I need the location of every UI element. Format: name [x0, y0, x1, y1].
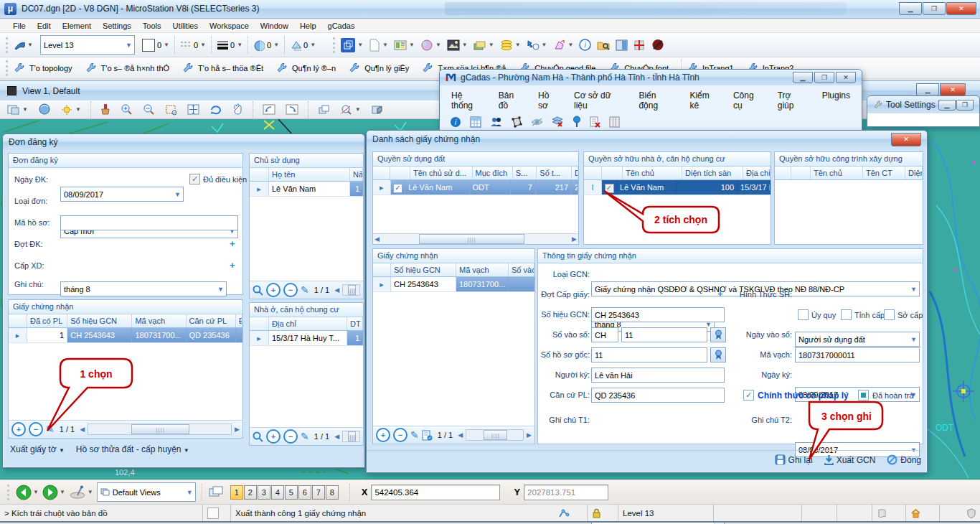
- copy-view-button[interactable]: [315, 101, 333, 118]
- view-next-nav-button[interactable]: ▼: [42, 485, 65, 500]
- col-header[interactable]: Số hiệu GCN: [67, 314, 132, 327]
- pan-view-button[interactable]: [229, 101, 246, 118]
- gcadas-menu-plugins[interactable]: Plugins: [816, 88, 856, 113]
- ngay-dk-combo[interactable]: 08/09/2017▼: [60, 187, 184, 202]
- add-row-button[interactable]: +: [11, 422, 26, 436]
- view-next-button[interactable]: [283, 101, 301, 118]
- view-toggle-6[interactable]: 6: [298, 485, 311, 500]
- saved-views-combo[interactable]: Default Views▼: [97, 482, 196, 502]
- edit-row-button[interactable]: ✎: [410, 429, 419, 441]
- horizontal-scrollbar[interactable]: ||||: [381, 234, 570, 244]
- tool-settings-restore-button[interactable]: ❐: [956, 100, 974, 111]
- users-icon[interactable]: [490, 116, 502, 128]
- scroll-right-button[interactable]: ▶: [527, 431, 532, 439]
- view-toggle-2[interactable]: 2: [244, 485, 257, 500]
- col-header[interactable]: Năm: [350, 168, 363, 181]
- restore-button[interactable]: ❐: [923, 2, 946, 15]
- menu-element[interactable]: Element: [57, 19, 97, 32]
- active-element-template-button[interactable]: ▼: [11, 37, 36, 54]
- remove-row-button[interactable]: −: [393, 428, 407, 442]
- col-header[interactable]: Mục đích: [473, 167, 513, 179]
- close-button[interactable]: ✕: [946, 2, 976, 15]
- menu-utilities[interactable]: Utilities: [167, 19, 204, 32]
- tool-topology[interactable]: T'o topology: [11, 60, 75, 77]
- don-window-titlebar[interactable]: Đơn đăng ký: [3, 134, 364, 150]
- rotate-view-button[interactable]: [207, 101, 225, 118]
- table-row[interactable]: ▸ 15/3/17 Hà Huy T... 1: [250, 331, 363, 346]
- view-toggle-1[interactable]: 1: [230, 485, 243, 500]
- menu-tools[interactable]: Tools: [137, 19, 167, 32]
- scroll-left-button[interactable]: ◀: [334, 433, 339, 440]
- level-manager-button[interactable]: ▼: [471, 37, 497, 54]
- ma-ho-so-input[interactable]: [60, 215, 238, 230]
- scroll-left-button[interactable]: ◀: [458, 431, 463, 439]
- view-toggle-3[interactable]: 3: [258, 485, 270, 500]
- view-toggle-8[interactable]: 8: [326, 485, 339, 500]
- table-row[interactable]: ▸ Lê Văn Nam 1: [250, 182, 363, 197]
- minimize-button[interactable]: ▁: [899, 2, 922, 15]
- col-header[interactable]: Tên chủ: [811, 167, 863, 179]
- ho-so-thua-dat-menu-button[interactable]: Hồ sơ thửa đất - cấp huyện ▼: [76, 444, 189, 454]
- level-combo[interactable]: Level 13▼: [40, 35, 135, 55]
- row-checkbox[interactable]: ✓: [393, 184, 402, 193]
- col-header[interactable]: Mã vạch: [456, 263, 509, 276]
- level-display-button[interactable]: ▼: [497, 37, 524, 54]
- fence-button[interactable]: ▼: [550, 37, 577, 54]
- view1-close-button[interactable]: ✕: [940, 83, 966, 96]
- view-display-mode-button[interactable]: [35, 101, 54, 118]
- gcadas-menu-hoso[interactable]: Hồ sơ: [532, 88, 567, 113]
- tool-settings-minimize-button[interactable]: ▁: [938, 100, 956, 111]
- edit-row-button[interactable]: ✎: [301, 284, 309, 296]
- snap-mode-button[interactable]: [554, 505, 588, 521]
- parcel-icon[interactable]: [511, 116, 522, 128]
- col-header[interactable]: ĐV: [236, 314, 242, 327]
- clip-volume-button[interactable]: ▼: [337, 101, 364, 118]
- info-button[interactable]: i: [576, 37, 594, 54]
- window-area-button[interactable]: [162, 101, 180, 118]
- nguoi-ky-input[interactable]: Lê văn Hải: [591, 368, 725, 383]
- toolbar-grip[interactable]: [7, 485, 9, 500]
- gcadas-menu-csdl[interactable]: Cơ sở dữ liệu: [568, 88, 631, 113]
- xuat-giay-to-menu-button[interactable]: Xuất giấy tờ ▼: [10, 444, 65, 454]
- menu-help[interactable]: Help: [294, 19, 322, 32]
- search-icon[interactable]: [253, 431, 263, 442]
- dot-cap-giay-add-button[interactable]: +: [717, 289, 723, 299]
- search-folder-button[interactable]: [594, 37, 613, 54]
- edit-row-button[interactable]: ✎: [301, 431, 309, 442]
- so-vao-so-prefix-input[interactable]: CH: [591, 327, 618, 342]
- so-vao-so-badge-button[interactable]: [710, 327, 726, 342]
- toolbar-grip[interactable]: [6, 37, 8, 53]
- col-header[interactable]: Số vào sổ: [509, 263, 534, 276]
- search-icon[interactable]: [253, 285, 263, 296]
- remove-row-button[interactable]: −: [283, 283, 298, 297]
- col-header[interactable]: DT sàn: [347, 317, 363, 330]
- so-vao-so-input[interactable]: 11: [621, 327, 707, 342]
- line-weight-picker[interactable]: 0▼: [214, 37, 245, 54]
- update-view-button[interactable]: [98, 101, 113, 118]
- ma-vach-input[interactable]: 1807317000011: [795, 347, 920, 362]
- zoom-out-button[interactable]: [140, 101, 158, 118]
- menu-settings[interactable]: Settings: [97, 19, 137, 32]
- col-header[interactable]: Địa chỉ: [269, 317, 347, 330]
- accusnap-compass-button[interactable]: ▼: [69, 485, 93, 500]
- image-button[interactable]: ▼: [444, 37, 471, 54]
- view-toggle-7[interactable]: 7: [312, 485, 325, 500]
- col-header[interactable]: Đã có PL: [27, 314, 67, 327]
- tool-quanlygiay[interactable]: Qu¶n lý giÊy: [346, 60, 412, 77]
- view-previous-button[interactable]: [260, 101, 278, 118]
- document-check-icon[interactable]: [422, 430, 433, 441]
- view1-minimize-button[interactable]: ▁: [916, 83, 939, 96]
- col-header[interactable]: Tên CT: [863, 167, 905, 179]
- col-header[interactable]: Tên chủ: [623, 167, 682, 179]
- menu-edit[interactable]: Edit: [32, 19, 57, 32]
- col-header[interactable]: Số t...: [537, 167, 572, 179]
- can-cu-pl-input[interactable]: QD 235436: [591, 388, 725, 403]
- add-row-button[interactable]: +: [266, 283, 281, 297]
- gcadas-restore-button[interactable]: ❐: [814, 72, 834, 83]
- models-button[interactable]: ▼: [338, 37, 366, 54]
- raster-manager-button[interactable]: ▼: [418, 37, 444, 54]
- table-icon[interactable]: [470, 116, 481, 128]
- design-history-button[interactable]: [872, 505, 906, 521]
- gcadas-menu-kiemke[interactable]: Kiểm kê: [684, 88, 726, 113]
- col-header[interactable]: Họ tên: [269, 168, 350, 181]
